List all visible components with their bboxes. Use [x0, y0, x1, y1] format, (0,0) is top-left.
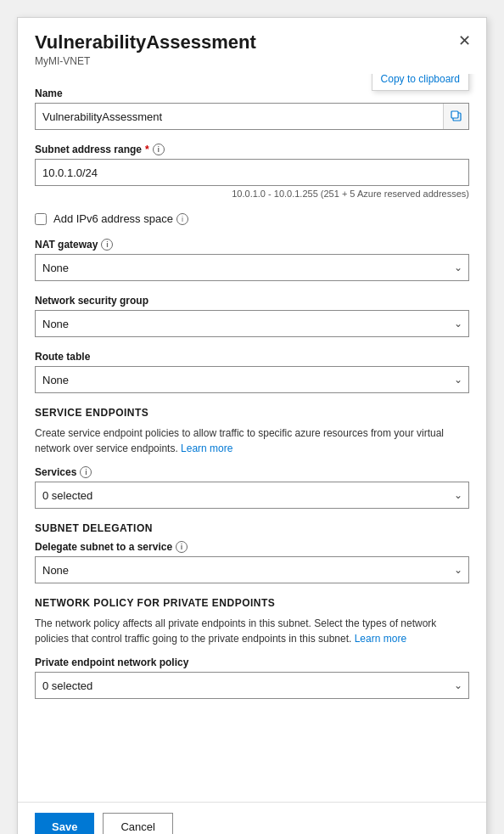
subnet-delegation-group: Delegate subnet to a service i None ⌄ [35, 541, 469, 583]
subnet-delegation-info-icon[interactable]: i [176, 541, 188, 553]
copy-to-clipboard-button[interactable] [443, 104, 468, 129]
route-table-select-wrapper: None ⌄ [35, 366, 469, 393]
subnet-address-range-group: Subnet address range * i 10.0.1.0 - 10.0… [35, 144, 469, 199]
private-endpoint-policy-select[interactable]: 0 selected [35, 672, 469, 699]
services-label: Services i [35, 466, 469, 478]
subnet-address-label: Subnet address range * i [35, 144, 469, 155]
services-group: Services i 0 selected ⌄ [35, 466, 469, 509]
subnet-delegation-header: SUBNET DELEGATION [35, 522, 469, 534]
close-button[interactable]: ✕ [455, 30, 474, 52]
nat-gateway-info-icon[interactable]: i [101, 239, 113, 251]
copy-tooltip: Copy to clipboard [372, 74, 469, 91]
service-endpoints-desc: Create service endpoint policies to allo… [35, 425, 469, 456]
network-policy-header: NETWORK POLICY FOR PRIVATE ENDPOINTS [35, 597, 469, 609]
subnet-delegation-select[interactable]: None [35, 556, 469, 583]
subnet-delegation-select-wrapper: None ⌄ [35, 556, 469, 583]
name-input[interactable] [35, 103, 469, 130]
network-policy-learn-more[interactable]: Learn more [355, 633, 406, 645]
nsg-label: Network security group [35, 295, 469, 307]
panel-subtitle: MyMI-VNET [35, 55, 469, 67]
name-field-group: Name Copy to clipboard [35, 87, 469, 130]
services-select-wrapper: 0 selected ⌄ [35, 482, 469, 509]
network-policy-desc: The network policy affects all private e… [35, 616, 469, 646]
panel-content: Name Copy to clipboard Subnet address ra… [18, 74, 486, 802]
subnet-address-range-input[interactable] [35, 159, 469, 186]
subnet-delegation-label: Delegate subnet to a service i [35, 541, 469, 553]
services-info-icon[interactable]: i [80, 466, 92, 478]
private-endpoint-policy-select-wrapper: 0 selected ⌄ [35, 672, 469, 699]
nat-gateway-group: NAT gateway i None ⌄ [35, 239, 469, 281]
cancel-button[interactable]: Cancel [103, 813, 172, 834]
nat-gateway-select-wrapper: None ⌄ [35, 254, 469, 281]
name-input-wrapper: Copy to clipboard [35, 103, 469, 130]
save-button[interactable]: Save [35, 813, 94, 834]
nat-gateway-select[interactable]: None [35, 254, 469, 281]
route-table-label: Route table [35, 351, 469, 363]
route-table-select[interactable]: None [35, 366, 469, 393]
panel-footer: Save Cancel [18, 802, 486, 834]
ipv6-checkbox-row: Add IPv6 address space i [35, 212, 469, 225]
panel: VulnerabilityAssessment MyMI-VNET ✕ Name… [17, 17, 487, 834]
ipv6-label[interactable]: Add IPv6 address space i [53, 212, 188, 225]
route-table-group: Route table None ⌄ [35, 351, 469, 393]
private-endpoint-policy-group: Private endpoint network policy 0 select… [35, 656, 469, 699]
nsg-select-wrapper: None ⌄ [35, 310, 469, 337]
panel-header: VulnerabilityAssessment MyMI-VNET ✕ [18, 18, 486, 74]
nsg-select[interactable]: None [35, 310, 469, 337]
svg-rect-1 [451, 111, 458, 118]
private-endpoint-policy-label: Private endpoint network policy [35, 656, 469, 668]
nat-gateway-label: NAT gateway i [35, 239, 469, 251]
services-select[interactable]: 0 selected [35, 482, 469, 509]
panel-title: VulnerabilityAssessment [35, 31, 469, 54]
nsg-group: Network security group None ⌄ [35, 295, 469, 337]
service-endpoints-learn-more[interactable]: Learn more [181, 442, 232, 454]
ipv6-checkbox[interactable] [35, 213, 47, 225]
required-marker: * [145, 144, 149, 155]
subnet-info-icon[interactable]: i [153, 144, 165, 155]
service-endpoints-header: SERVICE ENDPOINTS [35, 407, 469, 419]
subnet-hint: 10.0.1.0 - 10.0.1.255 (251 + 5 Azure res… [35, 189, 469, 199]
ipv6-info-icon[interactable]: i [176, 213, 188, 225]
